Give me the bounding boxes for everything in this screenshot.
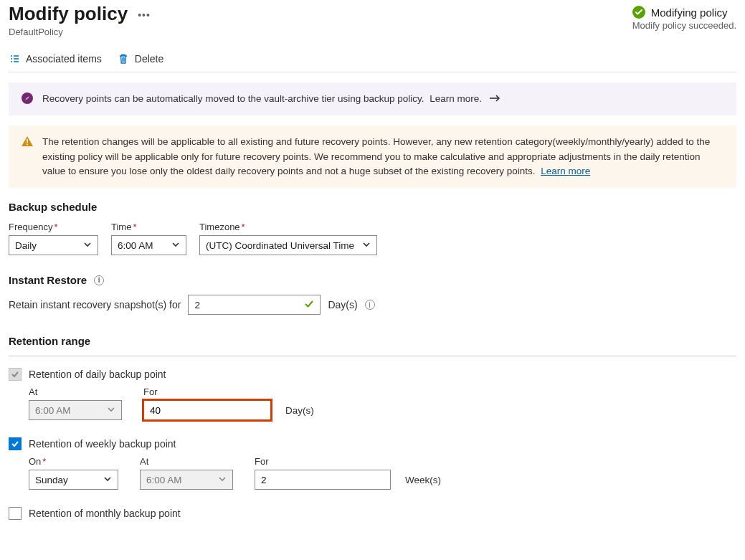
timezone-label: Timezone* [199,222,377,232]
chevron-down-icon [83,240,92,251]
frequency-select[interactable]: Daily [9,235,98,255]
svg-rect-11 [27,139,28,143]
retention-notice-text: The retention changes will be applicable… [42,136,710,176]
warning-icon [21,135,34,148]
compass-icon [21,92,34,105]
page-title: Modify policy [9,3,128,25]
instant-restore-unit: Day(s) [328,299,357,310]
delete-button[interactable]: Delete [118,53,163,65]
associated-items-label: Associated items [26,53,102,65]
weekly-at-select: 6:00 AM [140,470,233,490]
chevron-down-icon [362,240,371,251]
page-subtitle: DefaultPolicy [9,27,151,37]
svg-rect-12 [27,144,28,146]
instant-restore-value: 2 [194,300,200,310]
list-icon [9,53,20,65]
archive-learn-more[interactable]: Learn more. [430,93,482,104]
daily-retention-checkbox [9,368,22,381]
delete-label: Delete [135,53,163,65]
timezone-select[interactable]: (UTC) Coordinated Universal Time [199,235,377,255]
time-select[interactable]: 6:00 AM [111,235,186,255]
weekly-unit: Week(s) [405,475,441,485]
retention-range-title: Retention range [9,335,736,347]
trash-icon [118,53,129,65]
monthly-retention-checkbox[interactable] [9,507,22,520]
archive-tier-notice: Recovery points can be automatically mov… [9,82,736,115]
more-menu-icon[interactable]: ••• [138,9,151,21]
backup-schedule-title: Backup schedule [9,201,736,213]
associated-items-button[interactable]: Associated items [9,53,102,65]
instant-restore-label: Retain instant recovery snapshot(s) for [9,299,181,310]
daily-at-select: 6:00 AM [29,400,122,420]
daily-at-value: 6:00 AM [35,405,71,416]
weekly-for-label: For [255,456,441,467]
weekly-for-input[interactable] [255,470,391,490]
retention-change-notice: The retention changes will be applicable… [9,125,736,188]
daily-for-input[interactable] [143,400,271,420]
weekly-at-value: 6:00 AM [146,475,182,485]
weekly-on-select[interactable]: Sunday [29,470,118,490]
weekly-for-value[interactable] [261,470,384,489]
arrow-right-icon[interactable] [489,93,500,104]
retention-learn-more-link[interactable]: Learn more [541,166,590,176]
daily-retention-label: Retention of daily backup point [29,369,166,380]
divider [9,356,736,356]
daily-unit: Day(s) [285,405,314,416]
chevron-down-icon [107,405,115,416]
checkmark-icon [304,299,314,311]
chevron-down-icon [218,475,227,485]
weekly-retention-checkbox[interactable] [9,437,22,450]
time-value: 6:00 AM [118,240,153,251]
check-circle-icon [632,6,645,19]
daily-for-value[interactable] [150,401,271,419]
status-title: Modifying policy [651,6,728,19]
weekly-at-label: At [140,456,233,467]
instant-restore-select[interactable]: 2 [188,295,321,315]
monthly-retention-label: Retention of monthly backup point [29,508,181,519]
instant-restore-title: Instant Restore [9,274,87,286]
chevron-down-icon [103,475,112,485]
weekly-on-value: Sunday [35,475,68,485]
timezone-value: (UTC) Coordinated Universal Time [206,240,354,251]
status-subtitle: Modify policy succeeded. [632,20,736,31]
info-icon[interactable]: i [365,300,375,310]
frequency-label: Frequency* [9,222,98,232]
frequency-value: Daily [15,240,37,251]
info-icon[interactable]: i [94,275,104,285]
archive-notice-text: Recovery points can be automatically mov… [42,93,424,104]
weekly-retention-label: Retention of weekly backup point [29,438,176,450]
chevron-down-icon [171,240,180,251]
daily-for-label: For [143,386,314,397]
command-bar: Associated items Delete [9,44,736,72]
daily-at-label: At [29,386,122,397]
time-label: Time* [111,222,186,232]
weekly-on-label: On* [29,456,118,467]
